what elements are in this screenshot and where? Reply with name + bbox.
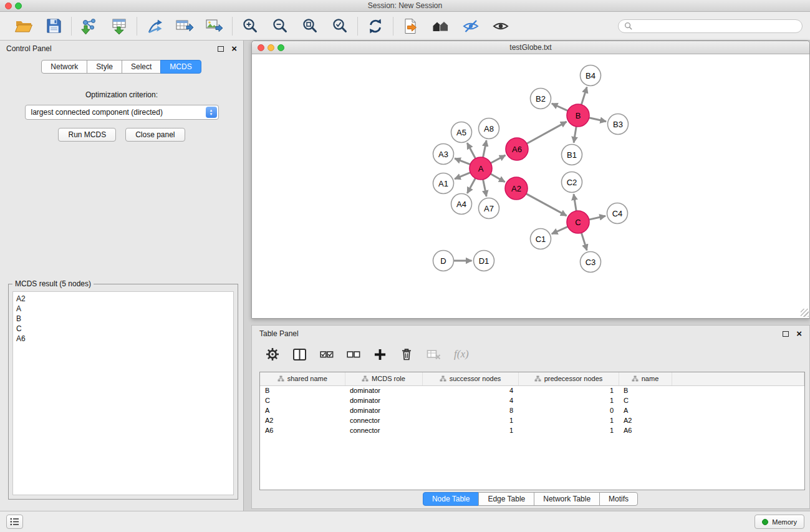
task-history-button[interactable] [6,515,23,529]
column-header-shared-name[interactable]: shared name [260,372,345,385]
zoom-window-icon[interactable] [277,44,284,51]
export-table-button[interactable] [174,16,195,37]
cell-MCDS-role[interactable]: connector [345,425,422,435]
network-edge-A2-C[interactable] [526,194,567,216]
close-panel-icon[interactable]: × [796,329,802,338]
network-edge-A-A1[interactable] [455,173,470,179]
open-session-button[interactable] [13,16,34,37]
mcds-result-list[interactable]: A2ABCA6 [12,291,234,495]
cell-successor-nodes[interactable]: 4 [422,385,518,395]
column-header-predecessor-nodes[interactable]: predecessor nodes [518,372,619,385]
import-network-file-button[interactable] [79,16,100,37]
cell-name[interactable]: C [619,395,672,405]
run-mcds-button[interactable]: Run MCDS [58,128,116,142]
column-header-MCDS-role[interactable]: MCDS role [345,372,422,385]
mcds-result-item[interactable]: B [16,314,230,324]
tab-mcds[interactable]: MCDS [160,60,201,74]
cell-predecessor-nodes[interactable]: 1 [518,415,619,425]
import-table-file-button[interactable] [108,16,130,37]
search-input[interactable] [635,22,796,31]
network-edge-B-B4[interactable] [581,87,587,105]
hide-graphics-details-button[interactable] [460,16,481,37]
float-panel-icon[interactable] [218,46,224,52]
cell-name[interactable]: A2 [619,415,672,425]
zoom-fit-button[interactable] [299,16,321,37]
network-edge-A-A3[interactable] [455,158,470,165]
save-session-button[interactable] [43,16,64,37]
table-settings-gear-icon[interactable] [266,347,279,361]
cell-MCDS-role[interactable]: connector [345,415,422,425]
network-edge-C-C2[interactable] [574,194,576,211]
tab-node-table[interactable]: Node Table [423,492,480,506]
tab-motifs[interactable]: Motifs [599,492,638,506]
open-recent-file-button[interactable] [400,16,422,37]
zoom-window-icon[interactable] [15,2,22,9]
apply-layout-button[interactable] [365,16,386,37]
mcds-result-item[interactable]: C [16,324,230,334]
mcds-result-item[interactable]: A6 [16,334,230,344]
network-edge-B-B2[interactable] [552,104,568,111]
network-edge-B-B3[interactable] [589,118,606,122]
criterion-dropdown[interactable]: largest connected component (directed) ▲… [25,105,219,120]
network-edge-A-A7[interactable] [483,180,487,196]
cell-successor-nodes[interactable]: 1 [422,415,518,425]
deselect-all-rows-icon[interactable] [347,347,360,361]
cell-shared-name[interactable]: A6 [260,425,345,435]
export-image-button[interactable] [204,16,225,37]
network-edge-A6-B[interactable] [527,122,567,143]
network-edge-B-B1[interactable] [574,127,576,143]
mcds-result-item[interactable]: A2 [16,294,230,304]
cell-successor-nodes[interactable]: 8 [422,405,518,415]
delete-table-icon[interactable] [427,349,441,360]
network-edge-C-C3[interactable] [581,233,587,250]
search-box[interactable] [618,19,803,33]
cell-shared-name[interactable]: B [260,385,345,395]
tab-network-table[interactable]: Network Table [534,492,600,506]
cell-predecessor-nodes[interactable]: 1 [518,385,619,395]
table-row[interactable]: A6connector11A6 [260,425,804,435]
node-table[interactable]: shared nameMCDS rolesuccessor nodesprede… [259,372,805,490]
cell-predecessor-nodes[interactable]: 0 [518,405,619,415]
resize-grip[interactable] [801,309,809,317]
cell-predecessor-nodes[interactable]: 1 [518,425,619,435]
network-edge-A-A2[interactable] [491,174,505,182]
export-network-button[interactable] [144,16,165,37]
column-header-successor-nodes[interactable]: successor nodes [422,372,518,385]
cell-shared-name[interactable]: A [260,405,345,415]
memory-button[interactable]: Memory [755,515,804,529]
close-window-icon[interactable] [258,44,264,51]
cell-name[interactable]: A6 [619,425,672,435]
add-column-icon[interactable] [374,348,387,361]
tab-network[interactable]: Network [41,60,87,74]
network-canvas[interactable]: B4B2BB3A5A8A6B1A3AC2A1A2A4A7C4CC1C3DD1 [252,54,809,317]
delete-columns-icon[interactable] [400,347,413,361]
select-all-rows-icon[interactable] [320,347,334,361]
float-panel-icon[interactable] [783,331,789,337]
network-graph[interactable]: B4B2BB3A5A8A6B1A3AC2A1A2A4A7C4CC1C3DD1 [252,54,809,317]
zoom-out-button[interactable] [269,16,291,37]
column-header-name[interactable]: name [619,372,672,385]
cell-successor-nodes[interactable]: 1 [422,425,518,435]
minimize-window-icon[interactable] [268,44,274,51]
close-window-icon[interactable] [5,2,12,9]
network-edge-A-A5[interactable] [467,143,475,158]
cell-MCDS-role[interactable]: dominator [345,385,422,395]
mcds-result-item[interactable]: A [16,304,230,314]
cell-MCDS-role[interactable]: dominator [345,395,422,405]
cell-shared-name[interactable]: A2 [260,415,345,425]
cell-shared-name[interactable]: C [260,395,345,405]
zoom-in-button[interactable] [239,16,261,37]
table-row[interactable]: Adominator80A [260,405,804,415]
cell-successor-nodes[interactable]: 4 [422,395,518,405]
tab-style[interactable]: Style [87,60,122,74]
close-panel-button[interactable]: Close panel [125,128,185,142]
home-network-button[interactable] [430,16,451,37]
tab-edge-table[interactable]: Edge Table [478,492,534,506]
table-row[interactable]: Bdominator41B [260,385,804,395]
close-panel-icon[interactable]: × [231,44,237,53]
network-edge-C-C4[interactable] [589,216,605,220]
cell-predecessor-nodes[interactable]: 1 [518,395,619,405]
tab-select[interactable]: Select [122,60,161,74]
show-graphics-details-button[interactable] [490,16,511,37]
table-row[interactable]: A2connector11A2 [260,415,804,425]
